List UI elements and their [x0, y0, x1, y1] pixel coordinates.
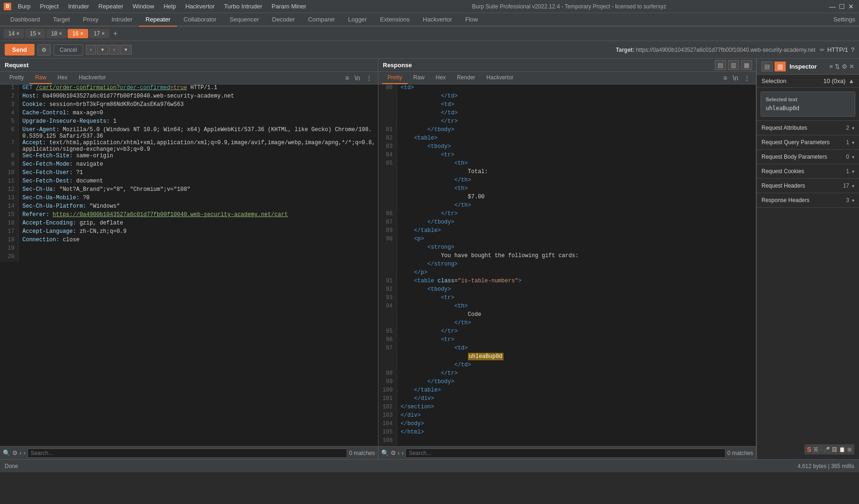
menu-repeater[interactable]: Repeater: [95, 2, 127, 11]
back-button[interactable]: ‹: [86, 45, 96, 55]
help-icon[interactable]: ?: [851, 46, 854, 53]
tab-dashboard[interactable]: Dashboard: [4, 13, 47, 27]
repeater-tab-15[interactable]: 15 ×: [25, 29, 46, 38]
minimize-button[interactable]: —: [828, 2, 837, 11]
request-search-input[interactable]: [28, 448, 347, 458]
response-code-area[interactable]: 80 <td> </td> <td> </td>: [378, 84, 756, 446]
tab-intruder[interactable]: Intruder: [105, 13, 139, 27]
http-version[interactable]: HTTP/1: [827, 46, 848, 53]
repeater-tab-17[interactable]: 17 ×: [89, 29, 110, 38]
sogou-logo: S: [807, 446, 811, 453]
request-wrap-icon[interactable]: ≡: [343, 73, 351, 83]
menu-param-miner[interactable]: Param Miner: [268, 2, 310, 11]
tab-sequencer[interactable]: Sequencer: [223, 13, 265, 27]
request-code-area[interactable]: 1 GET /cart/order-confirmation?order-con…: [0, 84, 378, 446]
forward-dropdown[interactable]: ▾: [120, 45, 132, 55]
inspector-close-icon[interactable]: ✕: [849, 63, 854, 70]
inspector-row-query-params[interactable]: Request Query Parameters 1 ▾: [757, 135, 859, 149]
req-line-16: 16 Accept-Encoding: gzip, deflate: [0, 220, 378, 228]
inspector-row-response-headers[interactable]: Response Headers 3 ▾: [757, 193, 859, 207]
response-more-icon[interactable]: ⋮: [742, 73, 752, 83]
tab-logger[interactable]: Logger: [342, 13, 373, 27]
inspector-row-request-attributes[interactable]: Request Attributes 2 ▾: [757, 121, 859, 135]
tab-target[interactable]: Target: [47, 13, 77, 27]
selection-chevron-up[interactable]: ▲: [848, 77, 854, 84]
tab-extensions[interactable]: Extensions: [373, 13, 416, 27]
inspector-row-cookies[interactable]: Request Cookies 1 ▾: [757, 164, 859, 178]
tab-repeater[interactable]: Repeater: [139, 13, 177, 27]
tab-flow[interactable]: Flow: [459, 13, 484, 27]
request-search-bar: 🔍 ⚙ ‹ › 0 matches: [0, 446, 378, 459]
request-next-icon[interactable]: ›: [23, 449, 25, 456]
resp-line-thclose2: </th>: [378, 202, 756, 210]
resp-line-giftcode: uhleaBup0d: [378, 353, 756, 362]
request-more-icon[interactable]: ⋮: [364, 73, 374, 83]
request-tab-pretty[interactable]: Pretty: [4, 72, 29, 84]
sogou-icon-3[interactable]: 🖼: [832, 447, 837, 452]
selection-header: Selection 10 (0xa) ▲: [757, 75, 859, 88]
cancel-button[interactable]: Cancel: [54, 44, 83, 56]
request-tab-raw[interactable]: Raw: [29, 72, 52, 84]
tab-comparer[interactable]: Comparer: [301, 13, 342, 27]
menu-turbo-intruder[interactable]: Turbo Intruder: [220, 2, 266, 11]
menu-help[interactable]: Help: [160, 2, 180, 11]
sogou-icon-2[interactable]: 🎤: [824, 447, 830, 453]
request-panel-header: Request: [0, 59, 378, 72]
response-search-input[interactable]: [405, 448, 725, 458]
inspector-sort-icon[interactable]: ⇅: [835, 63, 840, 70]
menu-window[interactable]: Window: [129, 2, 158, 11]
response-tab-hackvertor[interactable]: Hackvertor: [481, 72, 519, 84]
sogou-icon-1[interactable]: ·: [820, 447, 822, 452]
request-gear-icon[interactable]: ⚙: [12, 449, 18, 456]
response-layout-icon-1[interactable]: ▤: [715, 60, 726, 70]
request-ln-icon[interactable]: \n: [353, 73, 362, 83]
menu-project[interactable]: Project: [36, 2, 62, 11]
close-button[interactable]: ✕: [847, 2, 855, 11]
response-tab-hex[interactable]: Hex: [430, 72, 451, 84]
send-options-button[interactable]: ⚙: [37, 44, 51, 56]
response-layout-icon-3[interactable]: ▦: [741, 60, 752, 70]
sogou-icon-5[interactable]: ⊞: [847, 447, 852, 453]
tab-hackvertor[interactable]: Hackvertor: [416, 13, 459, 27]
inspector-row-body-params[interactable]: Request Body Parameters 0 ▾: [757, 150, 859, 164]
menu-intruder[interactable]: Intruder: [64, 2, 93, 11]
response-tab-raw[interactable]: Raw: [408, 72, 430, 84]
send-button[interactable]: Send: [5, 44, 35, 56]
tab-collaborator[interactable]: Collaborator: [177, 13, 223, 27]
back-dropdown[interactable]: ▾: [97, 45, 108, 55]
response-tab-pretty[interactable]: Pretty: [382, 72, 408, 84]
response-prev-icon[interactable]: ‹: [398, 449, 400, 456]
maximize-button[interactable]: ☐: [838, 2, 846, 11]
resp-line-106: 106: [378, 437, 756, 446]
menu-hackvertor[interactable]: Hackvertor: [182, 2, 218, 11]
inspector-layout-icon-2[interactable]: ▥: [775, 62, 786, 71]
response-layout-icon-2[interactable]: ▥: [728, 60, 739, 70]
response-ln-icon[interactable]: \n: [731, 73, 740, 83]
inspector-settings-icon[interactable]: ⚙: [842, 63, 847, 70]
inspector-list-icon[interactable]: ≡: [829, 63, 833, 70]
repeater-tab-14[interactable]: 14 ×: [4, 29, 24, 38]
resp-line-94: 94 <th>: [378, 303, 756, 311]
settings-button[interactable]: Settings: [833, 16, 855, 23]
inspector-row-request-headers[interactable]: Request Headers 17 ▾: [757, 179, 859, 193]
inspector-cookies: Request Cookies 1 ▾: [757, 164, 859, 179]
menu-burp[interactable]: Burp: [14, 2, 34, 11]
resp-line-strongclose: </strong>: [378, 261, 756, 269]
response-next-icon[interactable]: ›: [402, 449, 404, 456]
repeater-tab-18[interactable]: 18 ×: [46, 29, 67, 38]
response-wrap-icon[interactable]: ≡: [721, 73, 729, 83]
edit-target-icon[interactable]: ✏: [820, 47, 824, 53]
response-tab-render[interactable]: Render: [451, 72, 481, 84]
request-tab-hackvertor[interactable]: Hackvertor: [73, 72, 112, 84]
forward-button[interactable]: ›: [109, 45, 119, 55]
request-prev-icon[interactable]: ‹: [20, 449, 21, 456]
tab-decoder[interactable]: Decoder: [265, 13, 301, 27]
new-tab-button[interactable]: +: [111, 28, 120, 39]
repeater-tab-16[interactable]: 16 ×: [68, 29, 88, 38]
sogou-icon-4[interactable]: 📋: [839, 447, 845, 453]
tab-proxy[interactable]: Proxy: [77, 13, 105, 27]
response-gear-icon[interactable]: ⚙: [391, 449, 396, 456]
request-tab-hex[interactable]: Hex: [52, 72, 73, 84]
inspector-layout-icon-1[interactable]: ▤: [761, 62, 773, 71]
sogou-lang[interactable]: 英: [813, 446, 818, 453]
